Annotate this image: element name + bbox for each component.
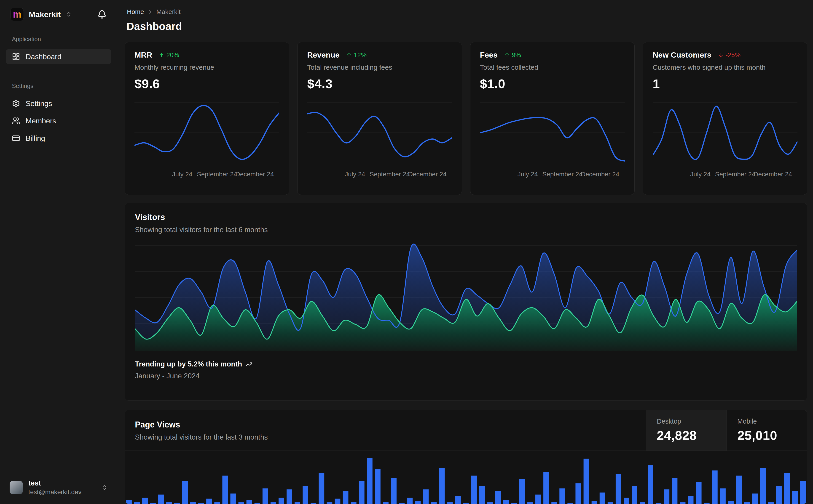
main-content: Home Makerkit Dashboard MRR 20% Monthly … <box>117 0 813 504</box>
stat-delta: 9% <box>504 51 521 59</box>
breadcrumb-current: Makerkit <box>156 8 181 16</box>
visitors-subtitle: Showing total visitors for the last 6 mo… <box>135 226 797 234</box>
stat-title: New Customers <box>653 50 712 59</box>
stat-title: MRR <box>134 50 152 59</box>
toggle-label: Mobile <box>737 418 797 425</box>
page-views-card: Page Views Showing total visitors for th… <box>125 410 807 504</box>
visitors-date-range: January - June 2024 <box>135 372 797 380</box>
dashboard-icon <box>12 53 20 61</box>
sidebar-item-settings[interactable]: Settings <box>6 96 111 111</box>
page-views-subtitle: Showing total visitors for the last 3 mo… <box>135 433 636 441</box>
arrow-down-icon <box>718 52 724 58</box>
fees-sparkline-chart <box>480 98 625 167</box>
x-axis-labels: July 24September 24December 24 <box>480 171 625 179</box>
user-email: test@makerkit.dev <box>28 488 81 496</box>
stat-value: 1 <box>653 76 797 91</box>
stat-card-new-customers: New Customers -25% Customers who signed … <box>643 42 807 195</box>
nav-section-settings: Settings Settings Members Billing <box>6 82 111 148</box>
section-label: Settings <box>6 82 111 90</box>
avatar <box>10 481 23 494</box>
user-menu[interactable]: test test@makerkit.dev <box>6 477 111 498</box>
user-name: test <box>28 479 81 487</box>
sidebar-item-billing[interactable]: Billing <box>6 131 111 146</box>
stat-card-fees: Fees 9% Total fees collected $1.0 July 2… <box>470 42 635 195</box>
arrow-up-icon <box>504 52 510 58</box>
logo-letter: m <box>13 10 21 19</box>
x-axis-labels: July 24September 24December 24 <box>307 171 452 179</box>
mrr-sparkline-chart <box>134 98 279 167</box>
toggle-mobile[interactable]: Mobile 25,010 <box>727 410 807 451</box>
credit-card-icon <box>12 134 20 142</box>
stat-value: $4.3 <box>307 76 452 91</box>
sidebar: m Makerkit Application Dashboard Setting… <box>0 0 117 504</box>
gear-icon <box>12 99 20 108</box>
team-switcher[interactable]: m Makerkit <box>6 8 111 21</box>
page-views-header: Page Views Showing total visitors for th… <box>125 410 807 451</box>
breadcrumb-home-link[interactable]: Home <box>127 8 144 16</box>
toggle-desktop[interactable]: Desktop 24,828 <box>646 410 727 451</box>
users-icon <box>12 117 20 125</box>
workspace-name: Makerkit <box>29 10 61 19</box>
stat-title: Fees <box>480 50 498 59</box>
stat-description: Monthly recurring revenue <box>134 64 279 71</box>
page-views-title: Page Views <box>135 420 636 430</box>
trending-up-icon <box>246 361 253 368</box>
stat-description: Total revenue including fees <box>307 64 452 71</box>
new-customers-sparkline-chart <box>653 98 797 167</box>
toggle-value: 25,010 <box>737 428 797 443</box>
sidebar-item-label: Dashboard <box>26 53 61 61</box>
breadcrumb: Home Makerkit <box>125 8 807 16</box>
stat-description: Total fees collected <box>480 64 625 71</box>
x-axis-labels: July 24September 24December 24 <box>134 171 279 179</box>
sidebar-item-label: Billing <box>26 134 45 143</box>
app-logo: m <box>11 8 24 21</box>
visitors-title: Visitors <box>135 212 797 222</box>
sidebar-item-dashboard[interactable]: Dashboard <box>6 49 111 64</box>
arrow-up-icon <box>158 52 164 58</box>
section-label: Application <box>6 36 111 43</box>
chevrons-up-down-icon <box>66 11 72 17</box>
arrow-up-icon <box>346 52 352 58</box>
notifications-bell-icon[interactable] <box>97 10 106 19</box>
nav-section-application: Application Dashboard <box>6 36 111 66</box>
sidebar-item-label: Members <box>26 117 56 125</box>
page-title: Dashboard <box>125 20 807 32</box>
stat-cards-row: MRR 20% Monthly recurring revenue $9.6 J… <box>125 42 807 195</box>
stat-card-revenue: Revenue 12% Total revenue including fees… <box>297 42 462 195</box>
visitors-card: Visitors Showing total visitors for the … <box>125 203 807 401</box>
stat-delta: 20% <box>158 51 179 59</box>
toggle-value: 24,828 <box>657 428 716 443</box>
visitors-footer: Trending up by 5.2% this month January -… <box>135 360 797 380</box>
visitors-area-chart <box>135 244 797 351</box>
page-views-bar-chart <box>125 451 807 504</box>
toggle-label: Desktop <box>657 418 716 425</box>
visitors-trend-text: Trending up by 5.2% this month <box>135 360 242 368</box>
sidebar-item-members[interactable]: Members <box>6 113 111 128</box>
stat-card-mrr: MRR 20% Monthly recurring revenue $9.6 J… <box>125 42 289 195</box>
sidebar-item-label: Settings <box>26 99 52 108</box>
stat-delta: 12% <box>346 51 367 59</box>
stat-title: Revenue <box>307 50 340 59</box>
x-axis-labels: July 24September 24December 24 <box>653 171 797 179</box>
revenue-sparkline-chart <box>307 98 452 167</box>
chevron-right-icon <box>147 9 153 15</box>
stat-description: Customers who signed up this month <box>653 64 797 71</box>
stat-value: $9.6 <box>134 76 279 91</box>
chevrons-up-down-icon <box>101 484 107 491</box>
stat-value: $1.0 <box>480 76 625 91</box>
stat-delta: -25% <box>718 51 741 59</box>
